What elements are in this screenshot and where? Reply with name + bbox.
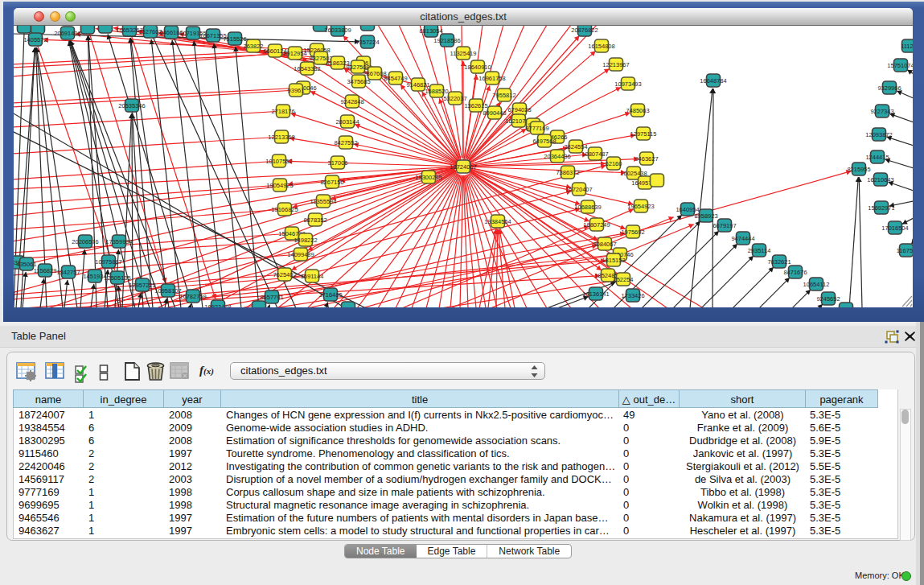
- svg-text:20876822: 20876822: [571, 27, 598, 34]
- svg-text:16033809: 16033809: [324, 27, 351, 34]
- svg-text:19384554: 19384554: [484, 218, 511, 225]
- svg-text:10975887: 10975887: [95, 258, 121, 266]
- svg-text:5322037: 5322037: [443, 95, 466, 102]
- svg-text:9227343: 9227343: [870, 108, 893, 115]
- svg-text:10107552: 10107552: [265, 158, 292, 165]
- svg-text:12505135: 12505135: [104, 274, 130, 282]
- svg-text:3824554: 3824554: [564, 143, 587, 150]
- svg-text:16782759: 16782759: [179, 293, 206, 300]
- svg-text:763822: 763822: [243, 43, 263, 50]
- svg-text:12213369: 12213369: [268, 134, 294, 141]
- svg-text:1244415: 1244415: [865, 154, 889, 161]
- svg-text:11355594: 11355594: [310, 198, 337, 205]
- svg-text:9474444: 9474444: [731, 235, 754, 242]
- svg-text:6679197: 6679197: [713, 222, 736, 229]
- svg-text:10973493: 10973493: [614, 80, 641, 88]
- svg-text:20535346: 20535346: [118, 102, 145, 109]
- svg-text:12213967: 12213967: [602, 61, 629, 68]
- svg-text:1691144: 1691144: [301, 273, 324, 280]
- svg-text:12975115: 12975115: [630, 130, 657, 138]
- svg-text:317006: 317006: [327, 159, 347, 167]
- svg-text:10654112: 10654112: [803, 281, 830, 288]
- svg-text:9242848: 9242848: [340, 98, 363, 105]
- svg-text:17016504: 17016504: [881, 225, 908, 232]
- svg-text:16543382: 16543382: [294, 65, 320, 72]
- svg-text:6794028: 6794028: [507, 106, 531, 113]
- svg-text:1498222: 1498222: [294, 237, 317, 244]
- svg-text:14099489: 14099489: [287, 251, 314, 258]
- svg-text:8454749: 8454749: [384, 75, 407, 82]
- svg-text:8958923: 8958923: [694, 212, 717, 220]
- svg-text:2803144: 2803144: [335, 118, 359, 126]
- svg-text:12093872: 12093872: [865, 131, 892, 138]
- svg-text:9084067: 9084067: [593, 241, 616, 248]
- svg-text:8427552: 8427552: [334, 139, 357, 146]
- svg-text:18640910: 18640910: [464, 64, 491, 71]
- svg-text:7955812: 7955812: [492, 92, 515, 99]
- svg-text:6497568: 6497568: [532, 138, 556, 145]
- svg-text:2935114: 2935114: [748, 247, 771, 254]
- svg-text:19054925: 19054925: [266, 182, 293, 189]
- svg-text:7515526: 7515526: [223, 35, 246, 43]
- svg-text:7386372: 7386372: [556, 169, 579, 176]
- svg-text:18724007: 18724007: [450, 163, 476, 171]
- svg-text:8990448: 8990448: [483, 109, 506, 117]
- svg-text:20691406: 20691406: [54, 30, 80, 37]
- svg-text:15692971: 15692971: [868, 204, 894, 212]
- svg-text:1588520: 1588520: [425, 88, 448, 95]
- svg-text:8813054: 8813054: [419, 27, 442, 35]
- svg-text:1405572: 1405572: [23, 36, 47, 43]
- svg-text:19166825: 19166825: [271, 206, 298, 213]
- svg-text:1975692: 1975692: [621, 229, 644, 236]
- svg-text:14136141: 14136141: [582, 290, 609, 298]
- svg-text:9463627: 9463627: [634, 155, 658, 163]
- svg-text:16961758: 16961758: [478, 75, 505, 82]
- svg-text:9777169: 9777169: [525, 125, 548, 132]
- svg-text:20364436: 20364436: [544, 153, 570, 160]
- svg-text:8471676: 8471676: [783, 269, 807, 276]
- svg-text:10807487: 10807487: [581, 150, 608, 158]
- svg-text:16154808: 16154808: [588, 43, 614, 50]
- svg-text:7485063: 7485063: [626, 107, 649, 114]
- svg-text:11124: 11124: [901, 43, 913, 50]
- svg-text:116753: 116753: [897, 247, 913, 254]
- svg-text:7632621: 7632621: [767, 258, 791, 266]
- svg-text:19218586: 19218586: [433, 37, 460, 44]
- svg-text:3716485: 3716485: [318, 291, 342, 299]
- svg-text:9245652: 9245652: [816, 295, 840, 303]
- svg-text:3475685: 3475685: [347, 78, 370, 85]
- svg-text:8267150: 8267150: [320, 179, 343, 186]
- svg-text:8878352: 8878352: [303, 216, 326, 224]
- svg-text:10025438: 10025438: [620, 170, 647, 177]
- svg-text:17359934: 17359934: [105, 238, 132, 245]
- svg-text:16210643: 16210643: [867, 176, 893, 183]
- svg-text:1815152: 1815152: [602, 257, 625, 264]
- svg-text:2867608: 2867608: [363, 70, 386, 77]
- svg-text:62160: 62160: [606, 160, 622, 167]
- svg-text:10923448: 10923448: [204, 303, 231, 308]
- svg-text:8215955: 8215955: [847, 166, 870, 173]
- svg-text:9329966: 9329966: [877, 84, 901, 92]
- svg-text:1362615: 1362615: [464, 102, 487, 109]
- svg-text:19654923: 19654923: [627, 203, 654, 210]
- svg-text:15751074: 15751074: [887, 62, 913, 69]
- svg-text:1156829: 1156829: [34, 267, 57, 274]
- svg-text:10958107: 10958107: [154, 287, 181, 295]
- svg-text:252254: 252254: [613, 276, 633, 283]
- svg-text:10688639: 10688639: [574, 204, 601, 211]
- svg-text:1733426: 1733426: [621, 292, 644, 299]
- svg-text:7357224: 7357224: [355, 39, 379, 46]
- svg-text:2718176: 2718176: [271, 108, 294, 115]
- svg-text:1527602: 1527602: [138, 28, 162, 35]
- svg-text:7625402: 7625402: [273, 271, 296, 278]
- svg-text:17957225: 17957225: [129, 282, 155, 289]
- svg-text:93961: 93961: [288, 87, 305, 94]
- svg-text:18807249: 18807249: [583, 221, 610, 229]
- svg-text:1342757: 1342757: [56, 269, 80, 276]
- svg-text:20206576: 20206576: [72, 238, 98, 245]
- svg-text:11325419: 11325419: [450, 50, 477, 57]
- svg-text:1451934: 1451934: [83, 273, 106, 280]
- svg-text:18300295: 18300295: [415, 174, 441, 181]
- svg-text:9657791: 9657791: [260, 294, 283, 301]
- svg-text:16648784: 16648784: [700, 77, 726, 84]
